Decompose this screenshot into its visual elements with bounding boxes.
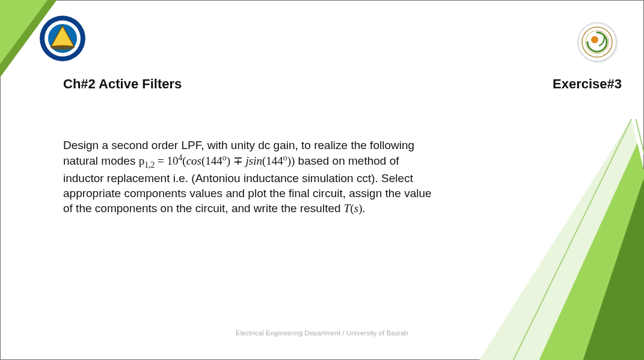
svg-point-10 [51, 45, 75, 50]
svg-marker-4 [523, 143, 644, 360]
question-line-5: of the components on the circuit, and wr… [63, 201, 460, 216]
question-line-3: inductor replacement i.e. (Antoniou indu… [63, 171, 460, 186]
slide-container: Ch#2 Active Filters Exercise#3 Design a … [0, 0, 644, 360]
university-crest-icon [39, 15, 86, 62]
svg-marker-3 [493, 119, 644, 360]
department-emblem-icon [581, 26, 613, 58]
question-line-2: natural modes p1,2 = 104(cos(144o) ∓ jsi… [63, 153, 460, 171]
natural-modes-expression: p1,2 = 104(cos(144o) ∓ jsin(144o)) [139, 154, 295, 167]
question-line-1: Design a second order LPF, with unity dc… [63, 138, 460, 153]
transfer-function-symbol: T(s). [344, 202, 365, 215]
chapter-title: Ch#2 Active Filters [63, 76, 182, 92]
question-line-2-prefix: natural modes [63, 154, 139, 167]
exercise-number: Exercise#3 [553, 76, 622, 92]
question-text: Design a second order LPF, with unity dc… [63, 138, 460, 216]
question-line-2-suffix: based on method of [295, 154, 399, 167]
svg-point-13 [591, 36, 598, 43]
svg-marker-2 [457, 119, 644, 360]
slide-footer: Electrical Engineering Department / Univ… [1, 329, 643, 337]
question-line-5-prefix: of the components on the circuit, and wr… [63, 202, 344, 215]
department-emblem-container [577, 22, 617, 62]
question-line-4: appropriate components values and plot t… [63, 186, 460, 201]
